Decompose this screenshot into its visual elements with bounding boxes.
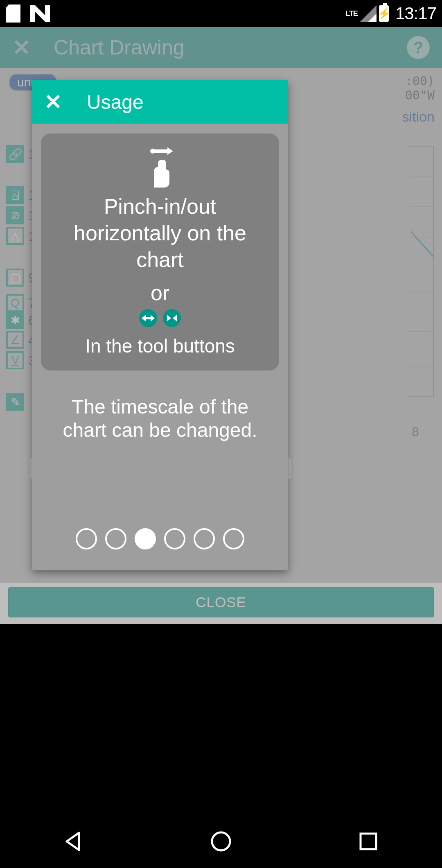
dialog-instruction-card: Pinch-in/out horizontally on the chart o… <box>41 133 279 371</box>
close-bar-wrap: CLOSE <box>0 587 442 624</box>
android-nav-bar <box>0 815 442 868</box>
svg-rect-5 <box>145 317 151 319</box>
page-dot-4[interactable] <box>164 528 185 549</box>
display-icon[interactable]: ⎚ <box>6 206 24 224</box>
dialog-line-2: In the tool buttons <box>85 335 235 358</box>
page-dot-6[interactable] <box>223 528 244 549</box>
position-link-partial[interactable]: sition <box>402 109 435 125</box>
zoom-out-icon <box>139 309 157 327</box>
chart-preview <box>407 146 434 397</box>
page-dot-2[interactable] <box>105 528 126 549</box>
back-button[interactable] <box>57 825 90 858</box>
triangle-icon[interactable]: △ <box>6 227 24 245</box>
svg-marker-8 <box>67 833 79 850</box>
svg-marker-6 <box>167 315 171 321</box>
link-icon[interactable]: 🔗 <box>6 145 24 163</box>
dialog-description: The timescale of the chart can be change… <box>49 395 271 442</box>
page-dot-5[interactable] <box>194 528 215 549</box>
axis-label: 8 <box>412 424 419 439</box>
angle-icon[interactable]: ∠ <box>6 331 24 349</box>
coord-text-1: :00) 00"W <box>405 74 435 102</box>
network-lte-label: LTE <box>345 9 358 18</box>
star-icon[interactable]: ✱ <box>6 311 24 329</box>
close-icon[interactable]: ✕ <box>12 35 31 61</box>
page-indicator <box>41 528 279 549</box>
dialog-line-1: Pinch-in/out horizontally on the chart <box>53 193 267 273</box>
battery-charging-icon: ⚡ <box>379 5 389 22</box>
dialog-header: ✕ Usage <box>32 80 288 124</box>
v-icon[interactable]: V <box>6 351 24 369</box>
sd-card-icon <box>6 5 20 23</box>
home-button[interactable] <box>205 825 237 858</box>
brush-icon[interactable]: ✎ <box>6 393 24 411</box>
signal-icon <box>360 5 377 22</box>
dialog-title: Usage <box>87 91 144 113</box>
page-title: Chart Drawing <box>54 36 185 59</box>
status-bar: LTE ⚡ 13:17 <box>0 0 442 27</box>
svg-marker-2 <box>167 147 173 155</box>
svg-rect-10 <box>361 834 376 849</box>
square-icon[interactable]: ▢ <box>6 269 24 287</box>
svg-marker-7 <box>173 315 177 321</box>
status-time: 13:17 <box>395 4 436 23</box>
svg-rect-1 <box>153 149 167 153</box>
help-icon[interactable]: ? <box>407 36 430 59</box>
recents-button[interactable] <box>352 825 385 858</box>
q-icon[interactable]: Q <box>6 294 24 312</box>
svg-point-9 <box>212 832 230 850</box>
app-bar: ✕ Chart Drawing ? <box>0 27 442 68</box>
usage-dialog: ✕ Usage Pinch-in/out horizontally on the… <box>32 80 288 570</box>
horizontal-arrows-icon <box>147 144 173 158</box>
page-dot-1[interactable] <box>76 528 97 549</box>
dialog-close-icon[interactable]: ✕ <box>44 90 62 114</box>
dialog-or: or <box>151 280 169 305</box>
table-icon[interactable]: ⍓ <box>6 186 24 204</box>
page-dot-3[interactable] <box>135 528 156 549</box>
zoom-in-icon <box>163 309 181 327</box>
android-n-icon <box>30 5 50 22</box>
pinch-hand-icon <box>146 158 174 189</box>
